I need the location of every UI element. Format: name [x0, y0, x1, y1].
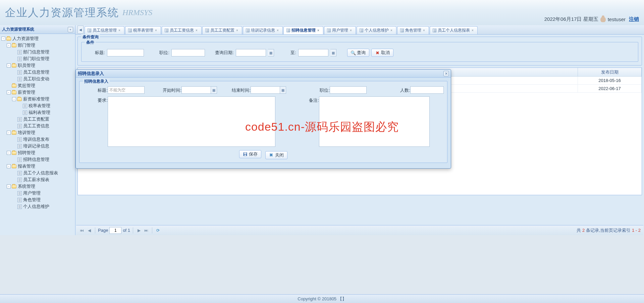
tree-node-label: 部门职位管理 — [23, 56, 49, 62]
tree-node[interactable]: -报表管理 — [0, 163, 75, 170]
field-title-input[interactable] — [108, 86, 145, 94]
tree-node[interactable]: 员工职位变动 — [0, 76, 75, 82]
page-last-button[interactable]: ⏭ — [143, 227, 149, 233]
tree-node[interactable]: -招聘管理 — [0, 149, 75, 156]
tree-node[interactable]: -职员管理 — [0, 62, 75, 69]
tab[interactable]: 用户管理× — [324, 26, 356, 34]
search-cancel-button[interactable]: ✖取消 — [371, 49, 393, 57]
tree-node[interactable]: -薪资标准管理 — [0, 96, 75, 102]
tree-node[interactable]: 福利表管理 — [0, 109, 75, 116]
grid-col-date[interactable]: 发布日期 — [578, 68, 642, 76]
tree-node-label: 部门信息管理 — [23, 49, 49, 55]
tab-close-button[interactable]: × — [196, 29, 199, 32]
tab[interactable]: 员工工资信息× — [162, 26, 202, 34]
field-remark-textarea[interactable] — [319, 96, 430, 147]
search-pos-input[interactable] — [171, 49, 205, 56]
tree-toggle-icon[interactable]: - — [7, 164, 11, 168]
tree-node[interactable]: -培训管理 — [0, 129, 75, 136]
tree-node-label: 员工个人信息报表 — [23, 170, 58, 176]
dialog-cancel-button[interactable]: ✖ 关闭 — [265, 151, 287, 159]
dialog-header[interactable]: 招聘信息录入 ✕ — [76, 70, 451, 78]
tab[interactable]: 员工工资配置× — [202, 26, 242, 34]
tab[interactable]: 个人信息维护× — [357, 26, 396, 34]
tree-node-label: 报表管理 — [18, 163, 35, 169]
tree-node[interactable]: 奖惩管理 — [0, 82, 75, 89]
tab-close-button[interactable]: × — [317, 29, 321, 32]
tree-toggle-icon[interactable]: - — [7, 131, 11, 135]
tree-node[interactable]: 员工工资配置 — [0, 116, 75, 123]
tree-node[interactable]: 部门职位管理 — [0, 55, 75, 62]
tree-node[interactable]: 个人信息维护 — [0, 203, 75, 210]
tree-node[interactable]: -薪资管理 — [0, 89, 75, 96]
tab-close-button[interactable]: × — [390, 29, 394, 32]
tree-node[interactable]: 培训记录信息 — [0, 143, 75, 149]
search-date-to-input[interactable] — [298, 49, 328, 56]
field-start-input[interactable] — [181, 86, 211, 94]
cell-date: 2022-06-17 — [578, 85, 642, 92]
page-next-button[interactable]: ▶ — [136, 227, 142, 233]
search-query-button[interactable]: 🔍查询 — [347, 49, 369, 57]
tree-toggle-icon[interactable]: - — [7, 151, 11, 155]
logout-link[interactable]: 注销 — [629, 16, 639, 23]
tree-node[interactable]: 部门信息管理 — [0, 49, 75, 55]
tree-node[interactable]: 员工个人信息报表 — [0, 170, 75, 176]
tree-node[interactable]: 税率表管理 — [0, 102, 75, 109]
tree-node[interactable]: 员工工资信息 — [0, 123, 75, 129]
tree-node-label: 角色管理 — [23, 197, 41, 203]
dialog-close-button[interactable]: ✕ — [443, 71, 449, 76]
tab-close-button[interactable]: × — [350, 29, 354, 32]
field-req-textarea[interactable] — [108, 96, 275, 147]
tab-scroll-left[interactable]: ◀ — [77, 26, 84, 34]
tree-toggle-icon[interactable]: - — [12, 97, 16, 101]
calendar-icon[interactable]: ▦ — [211, 86, 217, 94]
tree-node-label: 系统管理 — [18, 183, 35, 189]
field-title-label: 标题: — [83, 86, 108, 93]
tab-label: 员工工资配置 — [210, 28, 234, 33]
search-date-from-input[interactable] — [236, 49, 266, 56]
search-title-input[interactable] — [107, 49, 144, 56]
page-number-input[interactable] — [109, 227, 121, 234]
tree-node[interactable]: 培训信息发布 — [0, 136, 75, 143]
tab-close-button[interactable]: × — [118, 29, 122, 32]
tree-toggle-icon[interactable]: - — [1, 37, 5, 41]
field-end-input[interactable] — [251, 86, 280, 94]
sidebar-collapse-button[interactable]: « — [68, 27, 73, 32]
header-user-area: 2022年06月17日 星期五 testuser 注销 — [544, 16, 639, 23]
tree-node[interactable]: -人力资源管理 — [0, 35, 75, 42]
page-prev-button[interactable]: ◀ — [86, 227, 92, 233]
tree-toggle-icon[interactable]: - — [7, 184, 11, 188]
tree-node[interactable]: 招聘信息管理 — [0, 156, 75, 163]
tree-toggle-icon[interactable]: - — [7, 90, 11, 94]
calendar-icon[interactable]: ▦ — [268, 49, 274, 56]
tab[interactable]: 培训记录信息× — [243, 26, 283, 34]
calendar-icon[interactable]: ▦ — [330, 49, 336, 56]
field-pos-input[interactable] — [330, 86, 367, 94]
tree-toggle-icon[interactable]: - — [7, 63, 11, 68]
tab-close-button[interactable]: × — [155, 29, 159, 32]
page-first-button[interactable]: ⏮ — [79, 227, 85, 233]
tab[interactable]: 税率表管理× — [125, 26, 161, 34]
tab-close-button[interactable]: × — [423, 29, 427, 32]
tab-close-button[interactable]: × — [277, 29, 280, 32]
tab[interactable]: 员工个人信息报表× — [430, 26, 478, 34]
page-refresh-button[interactable]: ⟳ — [155, 227, 161, 233]
tab[interactable]: 员工信息管理× — [85, 26, 124, 34]
dialog-save-button[interactable]: 保存 — [239, 150, 261, 158]
tree-node[interactable]: 员工信息管理 — [0, 69, 75, 76]
tab[interactable]: 角色管理× — [397, 26, 429, 34]
tree-toggle-icon[interactable]: - — [7, 43, 11, 47]
field-count-input[interactable] — [410, 86, 444, 94]
tree-node[interactable]: 用户管理 — [0, 190, 75, 197]
tree-node-label: 税率表管理 — [29, 103, 50, 109]
tree-node-label: 个人信息维护 — [23, 204, 49, 210]
tree-node[interactable]: 角色管理 — [0, 197, 75, 203]
tab[interactable]: 招聘信息管理× — [283, 26, 323, 34]
tree-node[interactable]: -部门管理 — [0, 42, 75, 49]
tab-close-button[interactable]: × — [236, 29, 240, 32]
tab-close-button[interactable]: × — [472, 29, 475, 32]
tree-node-label: 职员管理 — [18, 62, 35, 69]
tree-node[interactable]: -系统管理 — [0, 183, 75, 190]
tree-node-label: 员工信息管理 — [23, 69, 49, 75]
calendar-icon[interactable]: ▦ — [280, 86, 286, 94]
tree-node[interactable]: 员工薪水报表 — [0, 176, 75, 183]
